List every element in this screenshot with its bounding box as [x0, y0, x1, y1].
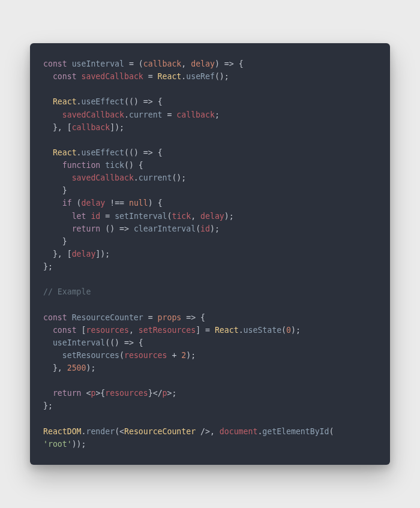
code-line: }; — [43, 262, 53, 271]
code-line: React.useEffect(() => { — [43, 97, 163, 106]
code-line: return <p>{resources}</p>; — [43, 389, 176, 398]
code-line: React.useEffect(() => { — [43, 148, 163, 157]
code-comment: // Example — [43, 287, 91, 296]
code-line: if (delay !== null) { — [43, 199, 163, 208]
code-line: savedCallback.current(); — [43, 173, 186, 182]
code-line: let id = setInterval(tick, delay); — [43, 212, 234, 221]
code-line: function tick() { — [43, 161, 143, 170]
code-line: savedCallback.current = callback; — [43, 110, 220, 119]
code-snippet-card: const useInterval = (callback, delay) =>… — [30, 43, 390, 465]
code-line: }, [delay]); — [43, 250, 110, 258]
code-line: } — [43, 237, 67, 246]
code-line: useInterval(() => { — [43, 338, 143, 347]
code-line: const savedCallback = React.useRef(); — [43, 72, 229, 81]
code-line: }, [callback]); — [43, 123, 124, 132]
code-line: return () => clearInterval(id); — [43, 224, 220, 233]
code-line: ReactDOM.render(<ResourceCounter />, doc… — [43, 427, 334, 436]
code-line: const ResourceCounter = props => { — [43, 313, 205, 322]
code-line: }; — [43, 401, 53, 410]
code-line: setResources(resources + 2); — [43, 351, 196, 360]
code-line: } — [43, 186, 67, 195]
code-line: const useInterval = (callback, delay) =>… — [43, 59, 244, 68]
code-line: const [resources, setResources] = React.… — [43, 326, 301, 335]
code-line: 'root')); — [43, 440, 86, 449]
code-line: }, 2500); — [43, 363, 95, 372]
code-block: const useInterval = (callback, delay) =>… — [43, 58, 377, 450]
